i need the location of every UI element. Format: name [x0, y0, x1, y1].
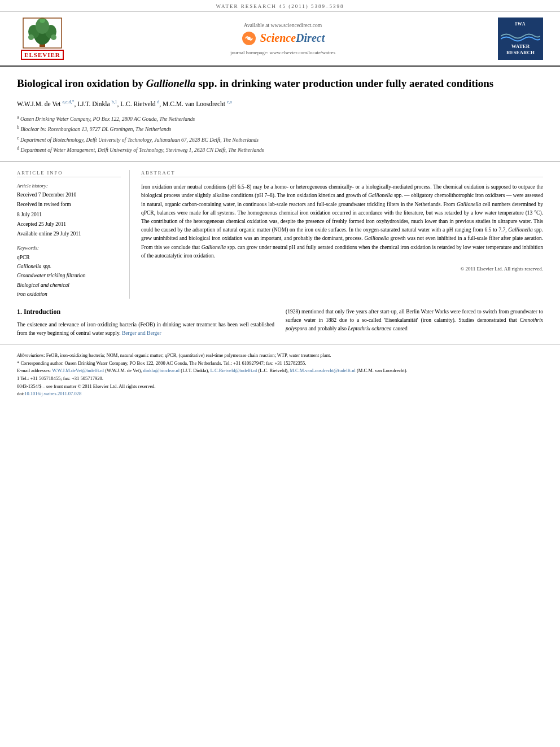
- center-header: Available at www.sciencedirect.com Scien…: [68, 23, 498, 55]
- available-text: Available at www.sciencedirect.com: [68, 23, 498, 28]
- abstract-column: ABSTRACT Iron oxidation under neutral co…: [141, 170, 543, 299]
- berger-reference-link[interactable]: Berger and Berger: [122, 330, 161, 336]
- svg-point-5: [28, 34, 34, 40]
- water-research-title: WATERRESEARCH: [506, 43, 535, 56]
- introduction-right: (1928) mentioned that only five years af…: [286, 308, 543, 338]
- keyword-biological: Biological and chemical: [17, 281, 121, 290]
- header-area: ELSEVIER Available at www.sciencedirect.…: [0, 12, 560, 67]
- sciencedirect-text: ScienceDirect: [260, 32, 325, 45]
- section-number: 1.: [17, 308, 22, 316]
- copyright-line: © 2011 Elsevier Ltd. All rights reserved…: [141, 264, 543, 272]
- corresponding-author-line: * Corresponding author. Oasen Drinking W…: [17, 360, 543, 368]
- journal-homepage: journal homepage: www.elsevier.com/locat…: [68, 50, 498, 55]
- revised-date: 8 July 2011: [17, 211, 121, 219]
- introduction-left: 1. Introduction The existence and releva…: [17, 308, 274, 338]
- elsevier-tree-icon: [23, 18, 62, 49]
- water-research-logo: IWA WATERRESEARCH: [498, 18, 543, 60]
- received-revised-label: Received in revised form: [17, 200, 121, 209]
- keyword-groundwater: Groundwater trickling filtration: [17, 271, 121, 280]
- water-waves-icon: [501, 29, 540, 43]
- received-date: Received 7 December 2010: [17, 191, 121, 199]
- introduction-section: 1. Introduction The existence and releva…: [0, 299, 560, 338]
- email-link-1[interactable]: W.W.J.M.deVet@tudelft.nl: [52, 368, 104, 373]
- elsevier-logo: ELSEVIER: [17, 18, 68, 60]
- available-online-date: Available online 29 July 2011: [17, 230, 121, 238]
- email-addresses-line: E-mail addresses: W.W.J.M.deVet@tudelft.…: [17, 367, 543, 375]
- issn-line: 0043-1354/$ – see front matter © 2011 El…: [17, 383, 543, 391]
- article-title: Biological iron oxidation by Gallionella…: [17, 77, 543, 91]
- elsevier-text-label: ELSEVIER: [21, 50, 64, 60]
- keywords-label: Keywords:: [17, 245, 121, 251]
- abstract-title: ABSTRACT: [141, 170, 543, 177]
- article-history-label: Article history:: [17, 183, 121, 189]
- affiliations: a Oasen Drinking Water Company, PO Box 1…: [17, 113, 543, 155]
- two-column-section: ARTICLE INFO Article history: Received 7…: [0, 162, 560, 299]
- introduction-heading: 1. Introduction: [17, 308, 274, 316]
- keywords-section: Keywords: qPCR Gallionella spp. Groundwa…: [17, 245, 121, 299]
- sciencedirect-logo: ScienceDirect: [68, 30, 498, 46]
- tel-note-line: 1 Tel.: +31 505718455; fax: +31 50571792…: [17, 375, 543, 383]
- keyword-iron: iron oxidation: [17, 290, 121, 299]
- abstract-text: Iron oxidation under neutral conditions …: [141, 183, 543, 260]
- introduction-right-text: (1928) mentioned that only five years af…: [286, 308, 543, 334]
- abbreviations-line: Abbreviations: FeOB, iron-oxidizing bact…: [17, 352, 543, 360]
- email-link-3[interactable]: L.C.Rietveld@tudelft.nl: [211, 368, 257, 373]
- doi-link[interactable]: 10.1016/j.watres.2011.07.028: [24, 391, 81, 396]
- sciencedirect-icon: [241, 30, 257, 46]
- accepted-date: Accepted 25 July 2011: [17, 220, 121, 229]
- iwa-label: IWA: [515, 21, 526, 27]
- email-link-2[interactable]: dinkla@bioclear.nl: [143, 368, 180, 373]
- doi-line: doi:10.1016/j.watres.2011.07.028: [17, 390, 543, 398]
- article-info-column: ARTICLE INFO Article history: Received 7…: [17, 170, 130, 299]
- authors-line: W.W.J.M. de Vet a,c,d,*, I.J.T. Dinkla b…: [17, 99, 543, 109]
- introduction-left-text: The existence and relevance of iron-oxid…: [17, 321, 274, 338]
- keyword-gallionella: Gallionella spp.: [17, 262, 121, 271]
- keyword-qpcr: qPCR: [17, 253, 121, 262]
- svg-point-6: [51, 34, 56, 40]
- journal-bar: WATER RESEARCH 45 (2011) 5389–5398: [0, 0, 560, 12]
- article-info-title: ARTICLE INFO: [17, 170, 121, 177]
- footer-notes: Abbreviations: FeOB, iron-oxidizing bact…: [0, 344, 560, 404]
- svg-point-10: [247, 37, 251, 40]
- section-title-text: Introduction: [24, 308, 60, 316]
- title-area: Biological iron oxidation by Gallionella…: [0, 67, 560, 162]
- email-link-4[interactable]: M.C.M.vanLoosdrecht@tudelft.nl: [290, 368, 355, 373]
